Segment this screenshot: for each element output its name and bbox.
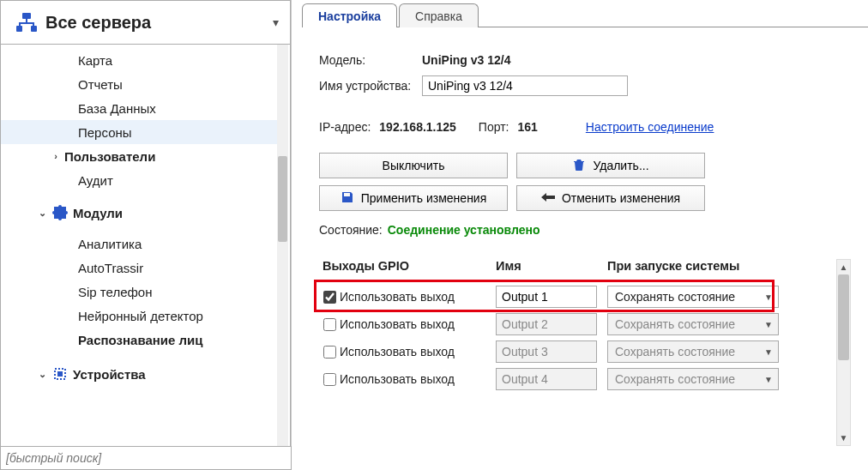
puzzle-icon [49, 203, 71, 222]
gpio-row: Использовать выходСохранять состояние▼ [319, 283, 831, 310]
search-row [0, 446, 292, 470]
nav-item-аналитика[interactable]: Аналитика [1, 232, 277, 256]
nav-item-label: Аналитика [76, 237, 142, 251]
gpio-use-label: Использовать выход [340, 317, 496, 331]
nav-item-label: Карта [76, 53, 112, 68]
nav-item-label: AutoTrassir [76, 261, 143, 275]
gpio-use-checkbox[interactable] [323, 346, 336, 359]
scroll-down-icon[interactable]: ▼ [837, 431, 850, 445]
svg-rect-4 [57, 371, 63, 377]
gpio-name-input [496, 313, 597, 335]
nav-item-персоны[interactable]: Персоны [1, 120, 277, 144]
expander-icon: ⌄ [35, 208, 49, 219]
quick-search-input[interactable] [1, 448, 291, 468]
sidebar: Все сервера ▾ КартаОтчетыБаза ДанныхПерс… [0, 0, 292, 446]
nav-item-label: Персоны [76, 125, 132, 140]
gpio-onboot-select[interactable]: Сохранять состояние▼ [607, 286, 779, 308]
nav-item-label: Модули [71, 206, 123, 220]
nav-item-отчеты[interactable]: Отчеты [1, 72, 277, 96]
apply-button[interactable]: Применить изменения [319, 185, 508, 211]
gpio-table: Выходы GPIO Имя При запуске системы Испо… [319, 259, 831, 446]
nav-item-label: Распознавание лиц [76, 333, 203, 347]
devname-label: Имя устройства: [319, 79, 422, 93]
gpio-onboot-select: Сохранять состояние▼ [607, 368, 779, 390]
nav-tree: КартаОтчетыБаза ДанныхПерсоны›Пользовате… [1, 45, 277, 446]
nav-item-карта[interactable]: Карта [1, 48, 277, 72]
gpio-head-outputs: Выходы GPIO [319, 259, 496, 273]
sidebar-scrollbar[interactable] [277, 45, 288, 446]
gpio-row: Использовать выходСохранять состояние▼ [319, 365, 831, 393]
chevron-down-icon: ▼ [764, 320, 773, 329]
trash-icon [572, 158, 586, 174]
gpio-name-input[interactable] [496, 286, 597, 308]
chip-icon [49, 365, 71, 383]
ip-value: 192.168.1.125 [379, 120, 456, 134]
gpio-onboot-select: Сохранять состояние▼ [607, 340, 779, 363]
nav-item-база-данных[interactable]: База Данных [1, 96, 277, 120]
servers-icon [13, 12, 40, 33]
svg-rect-1 [16, 26, 22, 32]
nav-item-label: Устройства [71, 367, 146, 382]
port-label: Порт: [479, 120, 509, 134]
gpio-row: Использовать выходСохранять состояние▼ [319, 338, 831, 365]
gpio-use-checkbox[interactable] [323, 318, 336, 331]
ip-label: IP-адрес: [319, 120, 371, 134]
svg-rect-2 [31, 26, 37, 32]
status-label: Состояние: [319, 223, 383, 237]
gpio-use-checkbox[interactable] [323, 291, 336, 304]
gpio-scrollbar[interactable]: ▲ ▼ [836, 259, 851, 446]
chevron-down-icon: ▼ [764, 292, 773, 302]
expander-icon: ⌄ [35, 369, 49, 380]
chevron-down-icon: ▼ [764, 347, 773, 357]
disable-button[interactable]: Выключить [319, 153, 508, 178]
gpio-name-input [496, 368, 597, 390]
svg-rect-0 [22, 13, 31, 19]
gpio-use-label: Использовать выход [340, 345, 496, 359]
gpio-row: Использовать выходСохранять состояние▼ [319, 310, 831, 338]
tabs: Настройка Справка [302, 2, 868, 27]
gpio-use-checkbox[interactable] [323, 373, 336, 386]
nav-item-label: Нейронный детектор [76, 309, 203, 323]
gpio-onboot-select: Сохранять состояние▼ [607, 313, 779, 335]
gpio-head-onboot: При запуске системы [607, 259, 779, 273]
nav-item-аудит[interactable]: Аудит [1, 168, 277, 192]
gpio-name-input [496, 340, 597, 363]
back-arrow-icon [541, 191, 555, 206]
devname-input[interactable] [422, 75, 628, 96]
gpio-use-label: Использовать выход [340, 290, 496, 304]
nav-item-распознавание-лиц[interactable]: Распознавание лиц [1, 328, 277, 352]
nav-item-label: Аудит [76, 173, 113, 188]
nav-item-label: Отчеты [76, 77, 123, 92]
sidebar-scroll-thumb[interactable] [278, 156, 287, 242]
tab-help[interactable]: Справка [399, 3, 479, 27]
gpio-scroll-thumb[interactable] [838, 274, 849, 360]
scroll-up-icon[interactable]: ▲ [837, 260, 850, 274]
delete-button[interactable]: Удалить... [516, 153, 705, 178]
nav-item-пользователи[interactable]: ›Пользователи [1, 144, 277, 168]
sidebar-title: Все сервера [40, 13, 268, 33]
configure-connection-link[interactable]: Настроить соединение [586, 120, 714, 134]
nav-item-sip-телефон[interactable]: Sip телефон [1, 280, 277, 304]
model-label: Модель: [319, 53, 422, 67]
status-value: Соединение установлено [388, 223, 540, 237]
nav-item-label: Sip телефон [76, 285, 152, 299]
revert-button[interactable]: Отменить изменения [516, 185, 705, 211]
tab-settings[interactable]: Настройка [302, 3, 397, 27]
nav-item-нейронный-детектор[interactable]: Нейронный детектор [1, 304, 277, 328]
expander-icon: › [49, 151, 63, 161]
nav-item-label: Пользователи [63, 149, 155, 164]
model-value: UniPing v3 12/4 [422, 53, 510, 67]
nav-item-label: База Данных [76, 101, 156, 116]
gpio-head-name: Имя [496, 259, 607, 273]
content-panel: Настройка Справка Модель: UniPing v3 12/… [292, 0, 868, 446]
sidebar-dropdown-icon[interactable]: ▾ [268, 15, 283, 29]
nav-item-устройства[interactable]: ⌄Устройства [1, 362, 277, 386]
nav-item-модули[interactable]: ⌄Модули [1, 201, 277, 225]
port-value: 161 [517, 120, 537, 134]
nav-item-autotrassir[interactable]: AutoTrassir [1, 256, 277, 280]
sidebar-header[interactable]: Все сервера ▾ [0, 0, 291, 45]
chevron-down-icon: ▼ [764, 375, 773, 384]
gpio-use-label: Использовать выход [340, 372, 496, 386]
save-icon [341, 190, 354, 207]
